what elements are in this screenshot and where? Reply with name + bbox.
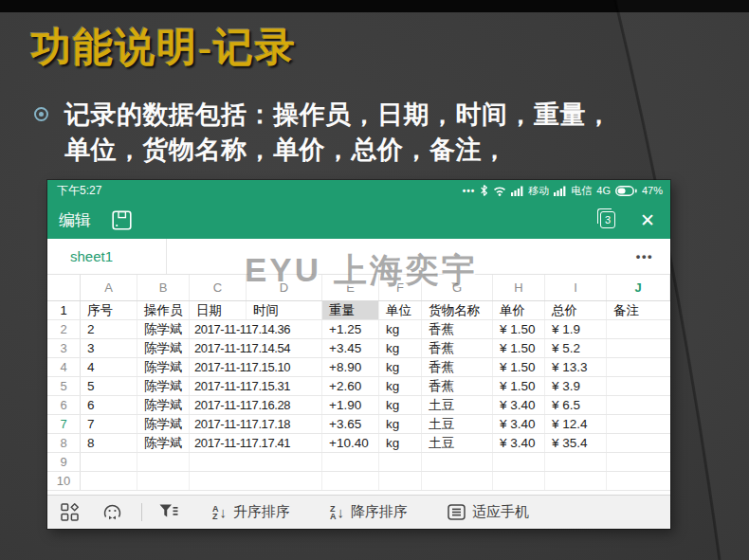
cell-datetime[interactable]: 2017-11-117.16.28	[190, 396, 322, 414]
cell-product[interactable]: 香蕉	[422, 358, 493, 376]
save-icon[interactable]	[112, 210, 132, 230]
cell-price[interactable]	[493, 453, 545, 471]
cell-unit[interactable]	[379, 453, 422, 471]
row-number[interactable]: 7	[47, 415, 81, 433]
apps-grid-icon[interactable]	[61, 503, 79, 521]
cell-price[interactable]: ¥ 1.50	[493, 358, 545, 376]
cell-note[interactable]	[607, 396, 670, 414]
column-header-E[interactable]: E	[322, 275, 379, 300]
header-date[interactable]: 日期	[190, 301, 247, 319]
row-number[interactable]: 6	[47, 396, 81, 414]
column-header-A[interactable]: A	[81, 275, 137, 300]
cell-weight[interactable]: +8.90	[322, 358, 379, 376]
sort-descending-button[interactable]: Z A ↓ 降序排序	[330, 503, 408, 521]
header-note[interactable]: 备注	[607, 301, 670, 319]
cell-unit[interactable]: kg	[379, 358, 422, 376]
cell-unit[interactable]	[379, 472, 422, 490]
cell-price[interactable]: ¥ 3.40	[493, 396, 545, 414]
cell-weight[interactable]: +3.65	[322, 415, 379, 433]
header-product[interactable]: 货物名称	[422, 301, 493, 319]
cell-product[interactable]: 土豆	[422, 434, 493, 452]
sort-ascending-button[interactable]: A Z ↓ 升序排序	[212, 503, 290, 521]
cell-product[interactable]: 香蕉	[422, 377, 493, 395]
close-icon[interactable]: ✕	[640, 211, 655, 229]
row-number[interactable]: 5	[47, 377, 81, 395]
cell-datetime[interactable]: 2017-11-117.17.41	[190, 434, 322, 452]
cell-weight[interactable]	[322, 453, 379, 471]
filter-icon[interactable]	[159, 504, 178, 520]
cell-note[interactable]	[607, 339, 670, 357]
cell-total[interactable]: ¥ 1.9	[545, 320, 607, 338]
cell-note[interactable]	[607, 358, 670, 376]
header-price[interactable]: 单价	[493, 301, 545, 319]
cell-total[interactable]: ¥ 35.4	[545, 434, 607, 452]
cell-operator[interactable]: 陈学斌	[137, 396, 190, 414]
edit-button[interactable]: 编辑	[59, 209, 91, 231]
cell-seq[interactable]: 5	[81, 377, 137, 395]
header-weight[interactable]: 重量	[322, 301, 379, 319]
header-unit[interactable]: 单位	[379, 301, 422, 319]
column-header-C[interactable]: C	[190, 275, 247, 300]
header-operator[interactable]: 操作员	[137, 301, 190, 319]
column-header-F[interactable]: F	[379, 275, 422, 300]
cell-total[interactable]	[545, 453, 607, 471]
cell-operator[interactable]: 陈学斌	[137, 358, 190, 376]
row-number[interactable]: 3	[47, 339, 81, 357]
row-number[interactable]: 10	[47, 472, 81, 490]
tab-sheet1[interactable]: sheet1	[47, 239, 167, 274]
cell-price[interactable]: ¥ 1.50	[493, 377, 545, 395]
cell-operator[interactable]	[137, 453, 190, 471]
cell-seq[interactable]: 8	[81, 434, 137, 452]
cell-product[interactable]: 香蕉	[422, 339, 493, 357]
cell-operator[interactable]: 陈学斌	[137, 339, 190, 357]
windows-count-icon[interactable]: 3	[600, 211, 615, 228]
cell-note[interactable]	[607, 377, 670, 395]
column-header-I[interactable]: I	[545, 275, 607, 300]
cell-note[interactable]	[607, 434, 670, 452]
cell-operator[interactable]: 陈学斌	[137, 320, 190, 338]
cell-unit[interactable]: kg	[379, 415, 422, 433]
header-total[interactable]: 总价	[545, 301, 607, 319]
row-number[interactable]: 8	[47, 434, 81, 452]
cell-unit[interactable]: kg	[379, 396, 422, 414]
row-number[interactable]: 9	[47, 453, 81, 471]
cell-seq[interactable]	[81, 472, 137, 490]
cell-weight[interactable]: +10.40	[322, 434, 379, 452]
column-header-B[interactable]: B	[137, 275, 190, 300]
cell-total[interactable]: ¥ 5.2	[545, 339, 607, 357]
cell-price[interactable]: ¥ 3.40	[493, 434, 545, 452]
column-header-D[interactable]: D	[247, 275, 322, 300]
cell-note[interactable]	[607, 415, 670, 433]
cell-weight[interactable]: +3.45	[322, 339, 379, 357]
column-header-H[interactable]: H	[493, 275, 545, 300]
header-seq[interactable]: 序号	[81, 301, 137, 319]
cell-price[interactable]	[493, 472, 545, 490]
cell-product[interactable]: 香蕉	[422, 320, 493, 338]
cell-total[interactable]: ¥ 13.3	[545, 358, 607, 376]
cell-operator[interactable]: 陈学斌	[137, 377, 190, 395]
cell-seq[interactable]: 6	[81, 396, 137, 414]
sheet-more-icon[interactable]: •••	[636, 249, 670, 263]
cell-total[interactable]: ¥ 12.4	[545, 415, 607, 433]
cell-note[interactable]	[607, 472, 670, 490]
select-all-corner[interactable]	[47, 275, 81, 300]
cell-datetime[interactable]	[190, 472, 322, 490]
cell-operator[interactable]: 陈学斌	[137, 434, 190, 452]
cell-weight[interactable]	[322, 472, 379, 490]
cell-unit[interactable]: kg	[379, 320, 422, 338]
cell-product[interactable]: 土豆	[422, 396, 493, 414]
cell-price[interactable]: ¥ 1.50	[493, 320, 545, 338]
cell-seq[interactable]: 7	[81, 415, 137, 433]
fit-to-phone-button[interactable]: 适应手机	[448, 503, 529, 521]
cell-unit[interactable]: kg	[379, 377, 422, 395]
cell-seq[interactable]: 2	[81, 320, 137, 338]
cell-datetime[interactable]: 2017-11-117.14.36	[190, 320, 322, 338]
cell-datetime[interactable]: 2017-11-117.17.18	[190, 415, 322, 433]
cell-datetime[interactable]: 2017-11-117.15.31	[190, 377, 322, 395]
cell-datetime[interactable]: 2017-11-117.15.10	[190, 358, 322, 376]
cell-seq[interactable]	[81, 453, 137, 471]
cell-datetime[interactable]: 2017-11-117.14.54	[190, 339, 322, 357]
header-time[interactable]: 时间	[247, 301, 322, 319]
cell-product[interactable]	[422, 472, 493, 490]
column-header-J[interactable]: J	[607, 275, 670, 300]
